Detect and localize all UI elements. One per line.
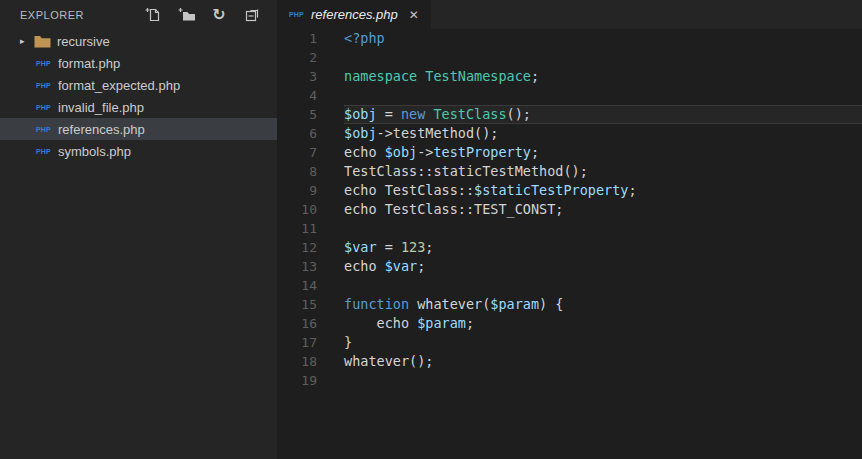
code-line-10: 10echo TestClass::TEST_CONST; — [277, 200, 862, 219]
new-folder-button[interactable] — [177, 6, 195, 24]
php-file-icon: PHP — [36, 60, 53, 67]
code-content[interactable]: } — [344, 333, 862, 352]
file-name: references.php — [58, 122, 145, 137]
tab-bar: PHP references.php ✕ — [277, 0, 862, 29]
folder-icon — [34, 35, 51, 48]
code-content[interactable]: echo TestClass::TEST_CONST; — [344, 200, 862, 219]
new-file-button[interactable] — [144, 6, 162, 24]
code-content[interactable]: $obj->testMethod(); — [344, 124, 862, 143]
code-token: $obj — [344, 125, 377, 141]
code-token: $staticTestProperty — [474, 182, 628, 198]
file-tree: ▸recursivePHPformat.phpPHPformat_expecte… — [0, 30, 277, 459]
line-number: 13 — [277, 257, 317, 276]
php-file-icon: PHP — [36, 126, 53, 133]
code-token: } — [344, 334, 352, 350]
vscode-window: EXPLORER — [0, 0, 862, 459]
php-file-icon: PHP — [36, 82, 53, 89]
tree-item-recursive[interactable]: ▸recursive — [0, 30, 277, 52]
code-token: $obj — [344, 106, 377, 122]
explorer-sidebar: EXPLORER — [0, 0, 277, 459]
code-token: $obj — [385, 144, 418, 160]
tree-item-symbols-php[interactable]: PHPsymbols.php — [0, 140, 277, 162]
code-line-16: 16 echo $param; — [277, 314, 862, 333]
code-content[interactable]: function whatever($param) { — [344, 295, 862, 314]
refresh-icon: ↻ — [212, 7, 225, 23]
code-token: ->testMethod(); — [377, 125, 499, 141]
code-token: namespace — [344, 68, 417, 84]
code-content[interactable] — [344, 86, 862, 105]
explorer-title: EXPLORER — [20, 9, 144, 21]
file-name: invalid_file.php — [58, 100, 144, 115]
tree-item-invalid-file-php[interactable]: PHPinvalid_file.php — [0, 96, 277, 118]
line-number: 14 — [277, 276, 317, 295]
explorer-header: EXPLORER — [0, 0, 277, 30]
code-content[interactable] — [344, 276, 862, 295]
code-content[interactable] — [344, 371, 862, 390]
editor-area: PHP references.php ✕ 1<?php23namespace T… — [277, 0, 862, 459]
code-token: = — [377, 239, 401, 255]
new-folder-icon — [178, 7, 195, 23]
refresh-button[interactable]: ↻ — [210, 6, 228, 24]
code-line-15: 15function whatever($param) { — [277, 295, 862, 314]
code-token: function — [344, 296, 409, 312]
code-line-4: 4 — [277, 86, 862, 105]
code-editor: 1<?php23namespace TestNamespace;45$obj =… — [277, 29, 862, 459]
line-number: 12 — [277, 238, 317, 257]
code-token: TestClass — [433, 106, 506, 122]
line-number: 18 — [277, 352, 317, 371]
code-token: echo TestClass:: — [344, 182, 474, 198]
code-line-13: 13echo $var; — [277, 257, 862, 276]
code-token: ; — [425, 239, 433, 255]
code-token: 123 — [401, 239, 425, 255]
line-number: 10 — [277, 200, 317, 219]
code-content[interactable] — [344, 219, 862, 238]
tab-references-php[interactable]: PHP references.php ✕ — [277, 0, 431, 29]
code-line-9: 9echo TestClass::$staticTestProperty; — [277, 181, 862, 200]
line-number: 16 — [277, 314, 317, 333]
code-content[interactable]: echo $obj->testProperty; — [344, 143, 862, 162]
code-token: ; — [531, 144, 539, 160]
code-token: ; — [417, 258, 425, 274]
collapse-all-button[interactable] — [243, 6, 261, 24]
file-name: format.php — [58, 56, 120, 71]
tree-item-references-php[interactable]: PHPreferences.php — [0, 118, 277, 140]
php-file-icon: PHP — [289, 11, 304, 18]
code-content[interactable]: TestClass::staticTestMethod(); — [344, 162, 862, 181]
code-line-11: 11 — [277, 219, 862, 238]
close-icon[interactable]: ✕ — [409, 9, 419, 21]
code-content[interactable]: $var = 123; — [344, 238, 862, 257]
file-name: format_expected.php — [58, 78, 180, 93]
code-content[interactable]: echo $var; — [344, 257, 862, 276]
code-line-18: 18whatever(); — [277, 352, 862, 371]
code-token: ; — [628, 182, 636, 198]
code-token: TestNamespace — [425, 68, 531, 84]
code-content[interactable]: echo TestClass::$staticTestProperty; — [344, 181, 862, 200]
code-line-12: 12$var = 123; — [277, 238, 862, 257]
code-token: ; — [466, 315, 474, 331]
code-line-19: 19 — [277, 371, 862, 390]
code-content[interactable] — [344, 48, 862, 67]
code-line-17: 17} — [277, 333, 862, 352]
code-token: echo TestClass::TEST_CONST; — [344, 201, 563, 217]
line-number: 11 — [277, 219, 317, 238]
code-token: ) { — [539, 296, 563, 312]
code-token: -> — [417, 144, 433, 160]
code-content[interactable]: echo $param; — [344, 314, 862, 333]
code-content[interactable]: <?php — [344, 29, 862, 48]
code-line-2: 2 — [277, 48, 862, 67]
code-token: $var — [385, 258, 418, 274]
tree-item-format-php[interactable]: PHPformat.php — [0, 52, 277, 74]
chevron-right-icon: ▸ — [20, 36, 32, 46]
code-content[interactable]: $obj = new TestClass(); — [344, 105, 862, 124]
collapse-all-icon — [244, 7, 260, 23]
file-name: symbols.php — [58, 144, 131, 159]
line-number: 4 — [277, 86, 317, 105]
tree-item-format-expected-php[interactable]: PHPformat_expected.php — [0, 74, 277, 96]
code-line-5: 5$obj = new TestClass(); — [277, 105, 862, 124]
code-token: $var — [344, 239, 377, 255]
code-content[interactable]: namespace TestNamespace; — [344, 67, 862, 86]
file-name: recursive — [57, 34, 110, 49]
code-content[interactable]: whatever(); — [344, 352, 862, 371]
code-line-14: 14 — [277, 276, 862, 295]
line-number: 15 — [277, 295, 317, 314]
